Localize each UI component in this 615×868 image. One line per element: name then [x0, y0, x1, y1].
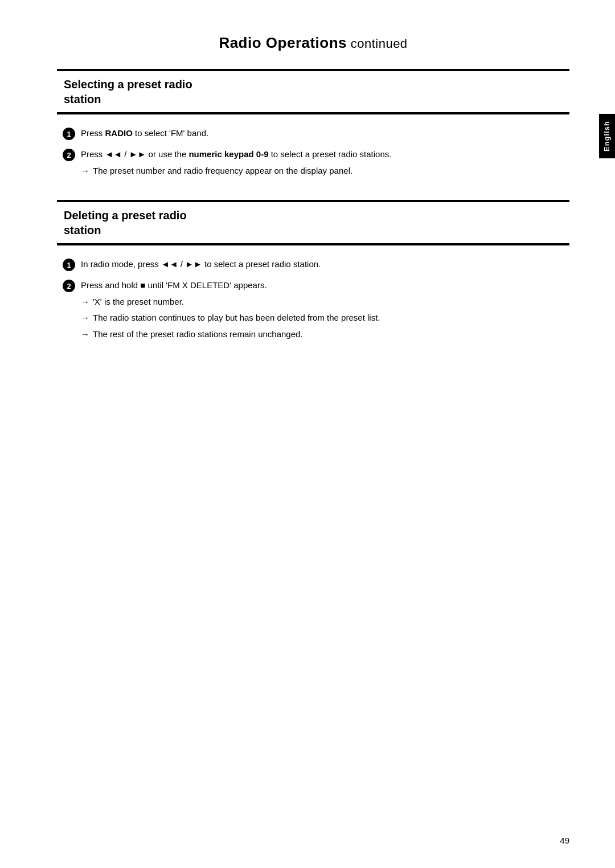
del-note-3: → The rest of the preset radio stations …: [81, 328, 380, 341]
del-note-2: → The radio station continues to play bu…: [81, 312, 380, 325]
section1-header: Selecting a preset radio station: [57, 69, 569, 114]
step2-note-text: The preset number and radio frequency ap…: [93, 165, 352, 178]
page-number: 49: [560, 836, 569, 845]
step2-content: Press ◄◄ / ►► or use the numeric keypad …: [81, 148, 391, 177]
del-note-1: → 'X' is the preset number.: [81, 296, 380, 309]
arrow-icon-2: →: [81, 312, 89, 325]
section1-heading: Selecting a preset radio station: [64, 77, 563, 107]
section1-step1: 1 Press RADIO to select 'FM' band.: [63, 127, 569, 140]
arrow-icon: →: [81, 165, 89, 178]
section2-step1: 1 In radio mode, press ◄◄ / ►► to select…: [63, 258, 569, 271]
section2-header: Deleting a preset radio station: [57, 200, 569, 245]
language-tab-label: English: [602, 121, 611, 152]
step-number-1: 1: [63, 128, 75, 140]
arrow-icon-3: →: [81, 328, 89, 341]
section2-heading-line1: Deleting a preset radio: [64, 209, 187, 222]
del-note-text-1: 'X' is the preset number.: [93, 296, 184, 309]
step1-content: Press RADIO to select 'FM' band.: [81, 127, 208, 140]
section1-heading-line2: station: [64, 93, 101, 105]
page-title: Radio Operations continued: [57, 34, 569, 52]
language-tab: English: [599, 114, 615, 158]
section2-steps: 1 In radio mode, press ◄◄ / ►► to select…: [57, 258, 569, 341]
section1-steps: 1 Press RADIO to select 'FM' band. 2 Pre…: [57, 127, 569, 177]
arrow-icon-1: →: [81, 296, 89, 309]
step-number-del-1: 1: [63, 259, 75, 271]
step2-arrow-note: → The preset number and radio frequency …: [81, 165, 391, 178]
section-deleting: Deleting a preset radio station 1 In rad…: [57, 200, 569, 341]
section1-step2: 2 Press ◄◄ / ►► or use the numeric keypa…: [63, 148, 569, 177]
section-selecting: Selecting a preset radio station 1 Press…: [57, 69, 569, 177]
del-step2-content: Press and hold ■ until 'FM X DELETED' ap…: [81, 279, 380, 341]
del-step2-notes: → 'X' is the preset number. → The radio …: [81, 296, 380, 341]
del-step1-content: In radio mode, press ◄◄ / ►► to select a…: [81, 258, 321, 271]
page-number-value: 49: [560, 836, 569, 845]
page-container: Radio Operations continued Selecting a p…: [0, 0, 615, 868]
step-number-2: 2: [63, 149, 75, 161]
page-title-suffix: continued: [347, 36, 408, 51]
section1-heading-line1: Selecting a preset radio: [64, 78, 192, 91]
section2-step2: 2 Press and hold ■ until 'FM X DELETED' …: [63, 279, 569, 341]
page-title-text: Radio Operations: [219, 34, 347, 51]
section2-heading: Deleting a preset radio station: [64, 208, 563, 238]
del-note-text-3: The rest of the preset radio stations re…: [93, 328, 303, 341]
del-note-text-2: The radio station continues to play but …: [93, 312, 380, 325]
step-number-del-2: 2: [63, 280, 75, 292]
section2-heading-line2: station: [64, 224, 101, 236]
